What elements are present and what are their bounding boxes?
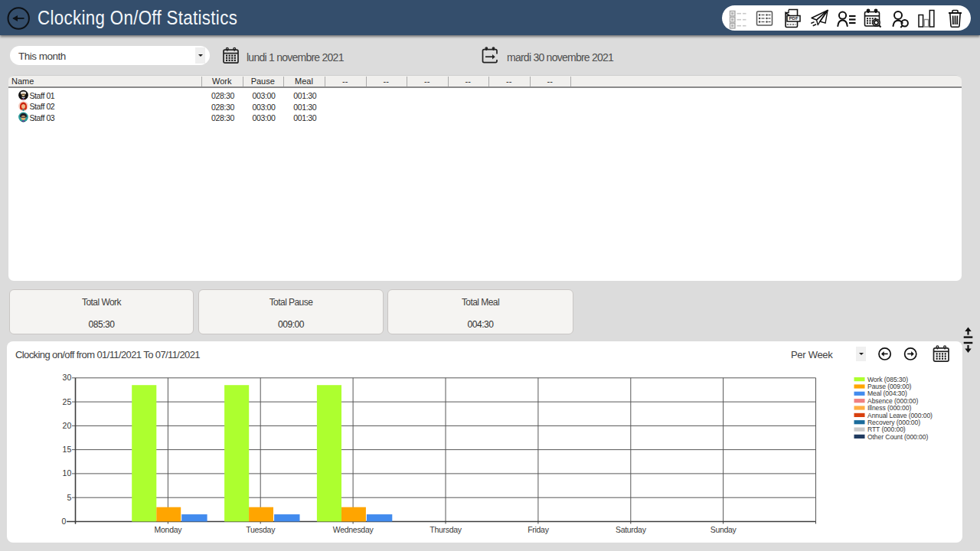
svg-text:Sunday: Sunday <box>710 525 737 534</box>
svg-text:10: 10 <box>63 468 72 478</box>
svg-text:5: 5 <box>67 493 71 502</box>
svg-text:20: 20 <box>63 421 72 430</box>
svg-text:Saturday: Saturday <box>616 525 647 534</box>
svg-text:PDF: PDF <box>789 16 798 21</box>
svg-text:25: 25 <box>63 397 72 406</box>
svg-text:Wednesday: Wednesday <box>333 525 374 534</box>
svg-text:Tuesday: Tuesday <box>246 525 276 534</box>
svg-text:Monday: Monday <box>155 525 183 534</box>
svg-text:Thursday: Thursday <box>430 525 462 534</box>
svg-text:Friday: Friday <box>528 525 549 534</box>
svg-text:Other Count (000:00): Other Count (000:00) <box>867 433 928 441</box>
svg-text:0: 0 <box>61 517 66 526</box>
svg-text:15: 15 <box>63 445 72 454</box>
svg-text:30: 30 <box>63 373 72 382</box>
